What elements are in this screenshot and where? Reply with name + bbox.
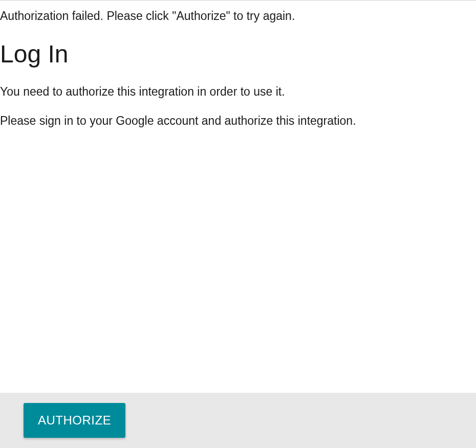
description-text: You need to authorize this integration i… bbox=[0, 83, 476, 100]
authorize-button[interactable]: AUTHORIZE bbox=[24, 403, 125, 438]
footer-bar: AUTHORIZE bbox=[0, 393, 476, 448]
page-title: Log In bbox=[0, 39, 476, 69]
error-message: Authorization failed. Please click "Auth… bbox=[0, 8, 476, 24]
instruction-text: Please sign in to your Google account an… bbox=[0, 113, 476, 129]
main-content: Authorization failed. Please click "Auth… bbox=[0, 1, 476, 393]
